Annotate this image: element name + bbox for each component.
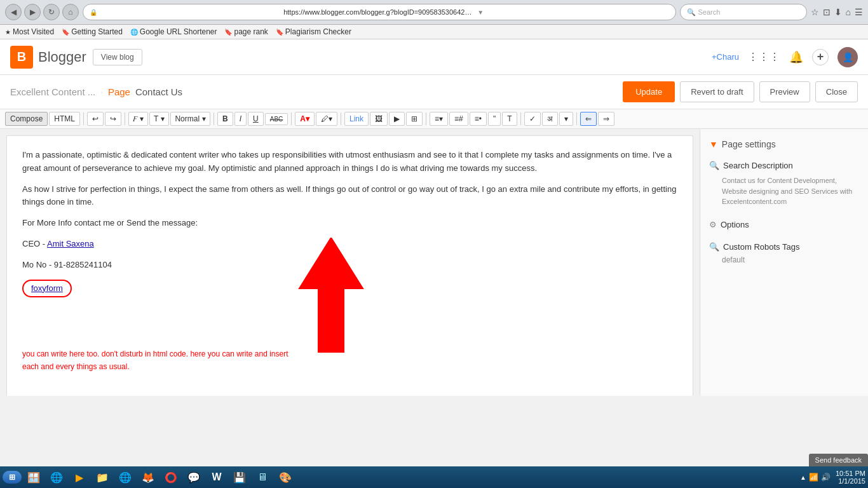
clock-date: 1/1/2015 (836, 477, 865, 485)
header-bell-icon[interactable]: 🔔 (789, 50, 803, 64)
avatar[interactable]: 👤 (837, 47, 858, 67)
bookmark-icon-google-url: 🌐 (130, 29, 138, 36)
preview-button[interactable]: Preview (759, 81, 810, 102)
bookmark-label-plagiarism: Plagiarism Checker (285, 27, 351, 36)
italic-button[interactable]: I (234, 112, 247, 126)
bookmark-page-rank[interactable]: 🔖 page rank (224, 27, 268, 36)
taskbar: ⊞ 🪟 🌐 ▶ 📁 🌐 🦊 ⭕ 💬 W 💾 🖥 🎨 ▲ 📶 🔊 10:51 PM… (0, 466, 868, 488)
custom-robots-icon: 🔍 (709, 242, 719, 252)
unordered-list-button[interactable]: ≡• (470, 112, 487, 126)
page-settings-toggle-icon: ▼ (709, 139, 718, 149)
download-icon[interactable]: ⬇ (834, 7, 842, 17)
taskbar-app-talk[interactable]: 💬 (183, 468, 205, 487)
bold-button[interactable]: B (217, 112, 233, 126)
bookmark-icon-most-visited: ★ (5, 29, 11, 36)
link-button[interactable]: Link (344, 112, 369, 126)
start-button[interactable]: ⊞ (3, 471, 22, 484)
bookmark-google-url[interactable]: 🌐 Google URL Shortener (130, 27, 217, 36)
send-feedback-button[interactable]: Send feedback (809, 454, 868, 466)
amit-link[interactable]: Amit Saxena (47, 239, 94, 248)
compose-button[interactable]: Compose (5, 112, 48, 126)
search-bar[interactable]: 🔍 Search (680, 4, 807, 20)
strikethrough-button[interactable]: ABC (265, 113, 288, 125)
taskbar-app-word[interactable]: W (206, 468, 227, 487)
ordered-list-button[interactable]: ≡# (449, 112, 468, 126)
align-button[interactable]: ≡▾ (430, 112, 448, 126)
taskbar-app-media[interactable]: ▶ (69, 468, 90, 487)
more-button[interactable]: ▾ (559, 112, 573, 126)
taskbar-app-paint[interactable]: 🎨 (275, 468, 296, 487)
ltr-button[interactable]: ⇐ (580, 112, 597, 126)
taskbar-app-monitor[interactable]: 🖥 (252, 468, 273, 487)
bookmark-icon-getting-started: 🔖 (62, 29, 69, 36)
rtl-button[interactable]: ⇒ (598, 112, 614, 126)
foxyform-line: foxyform (22, 280, 677, 298)
image-button[interactable]: 🖼 (370, 112, 388, 126)
quote-button[interactable]: " (488, 112, 501, 126)
format-dropdown[interactable]: Normal ▾ (170, 112, 210, 126)
header-grid-icon[interactable]: ⋮⋮⋮ (748, 51, 780, 63)
custom-robots-label-row[interactable]: 🔍 Custom Robots Tags (709, 240, 859, 254)
lock-icon: 🔒 (90, 9, 281, 16)
taskbar-app-folder[interactable]: 📁 (92, 468, 113, 487)
text-color-button[interactable]: A▾ (295, 112, 315, 126)
view-blog-button[interactable]: View blog (93, 49, 142, 65)
font-size-dropdown[interactable]: T ▾ (149, 112, 169, 126)
foxyform-link[interactable]: foxyform (22, 280, 72, 298)
clear-format-button[interactable]: T (502, 112, 517, 126)
search-description-icon: 🔍 (709, 161, 719, 170)
taskbar-app-chrome[interactable]: 🌐 (114, 468, 136, 487)
redo-button[interactable]: ↪ (105, 112, 121, 126)
taskbar-app-windows[interactable]: 🪟 (23, 468, 44, 487)
page-title-bar: Excellent Content ... · Page Contact Us … (0, 75, 868, 109)
taskbar-arrow-icon: ▲ (800, 474, 806, 481)
update-button[interactable]: Update (623, 81, 675, 102)
bottom-text-line1: you can write here too. don't disturb in… (22, 349, 288, 358)
taskbar-app-ie[interactable]: 🌐 (46, 468, 67, 487)
undo-button[interactable]: ↩ (87, 112, 104, 126)
toolbar-separator-4 (291, 112, 292, 125)
html-button[interactable]: HTML (49, 112, 80, 126)
taskbar-app-firefox[interactable]: 🦊 (137, 468, 159, 487)
blogger-logo-icon: B (10, 46, 33, 69)
special-char-button[interactable]: ⊞ (406, 112, 423, 126)
search-description-label-row[interactable]: 🔍 Search Description (709, 158, 859, 173)
hindi-button[interactable]: अ (542, 112, 558, 126)
underline-button[interactable]: U (248, 112, 264, 126)
font-family-dropdown[interactable]: 𝐹 ▾ (128, 112, 148, 126)
spell-check-button[interactable]: ✓ (524, 112, 541, 126)
content-para1: I'm a passionate, optimistic & dedicated… (22, 149, 677, 175)
bookmark-star-icon[interactable]: ☆ (811, 7, 819, 17)
editor-canvas[interactable]: I'm a passionate, optimistic & dedicated… (6, 135, 693, 396)
bookmark-getting-started[interactable]: 🔖 Getting Started (62, 27, 123, 36)
taskbar-app-opera[interactable]: ⭕ (160, 468, 182, 487)
content-para3: For More Info contact me or Send the mes… (22, 217, 677, 230)
bookmark-plagiarism[interactable]: 🔖 Plagiarism Checker (276, 27, 351, 36)
page-settings-header[interactable]: ▼ Page settings (700, 135, 868, 153)
highlight-button[interactable]: 🖊▾ (316, 112, 337, 126)
options-label-row[interactable]: ⚙ Options (709, 217, 859, 232)
search-description-item: 🔍 Search Description Contact us for Cont… (700, 153, 868, 212)
revert-draft-button[interactable]: Revert to draft (680, 81, 754, 102)
font-size-label: T (154, 114, 158, 123)
close-button[interactable]: Close (815, 81, 858, 102)
clock: 10:51 PM 1/1/2015 (836, 470, 865, 485)
header-user[interactable]: +Charu (712, 52, 739, 62)
editor-toolbar: Compose HTML ↩ ↪ 𝐹 ▾ T ▾ Normal ▾ B I U … (0, 109, 868, 129)
bookmark-most-visited[interactable]: ★ Most Visited (5, 27, 54, 36)
bookmark-icon[interactable]: ⊡ (823, 7, 831, 17)
bookmark-label-most-visited: Most Visited (13, 27, 54, 36)
refresh-button[interactable]: ↻ (43, 4, 60, 20)
header-plus-icon[interactable]: + (812, 49, 829, 65)
toolbar-separator-8 (576, 112, 577, 125)
home-nav-icon[interactable]: ⌂ (846, 7, 851, 17)
address-bar[interactable]: 🔒 https://www.blogger.com/blogger.g?blog… (83, 4, 676, 20)
home-button[interactable]: ⌂ (62, 4, 79, 20)
menu-icon[interactable]: ☰ (855, 7, 863, 17)
ceo-line: CEO - Amit Saxena (22, 238, 677, 251)
taskbar-app-drive[interactable]: 💾 (229, 468, 250, 487)
back-button[interactable]: ◀ (5, 4, 22, 20)
forward-button[interactable]: ▶ (24, 4, 41, 20)
video-button[interactable]: ▶ (389, 112, 405, 126)
taskbar-sys-icons: ▲ 📶 🔊 (800, 473, 831, 482)
